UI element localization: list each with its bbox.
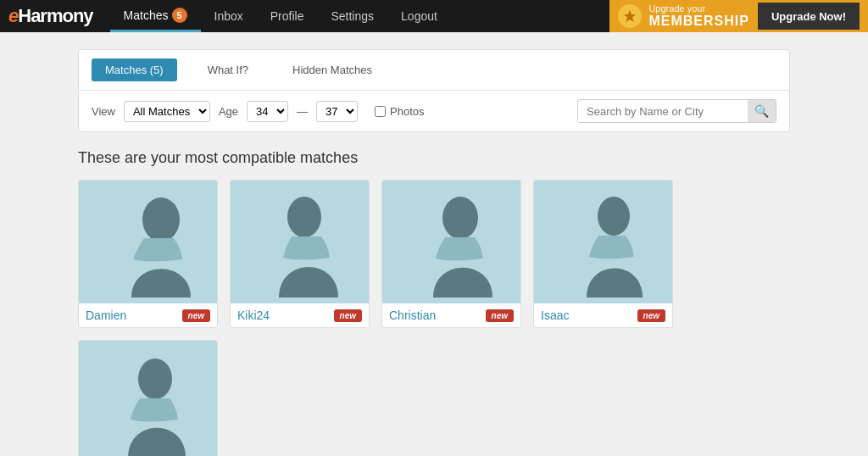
silhouette-icon [97,348,199,457]
new-badge-kiki24: new [334,309,362,322]
svg-point-2 [148,215,162,224]
svg-point-3 [287,197,321,237]
main-content: Matches (5) What If? Hidden Matches View… [61,49,807,456]
nav-inbox-label: Inbox [214,9,243,23]
logo[interactable]: eHarmony [8,5,93,27]
tab-matches[interactable]: Matches (5) [92,58,177,81]
matches-grid: Damien new Kiki24 new [78,180,790,456]
photos-filter: Photos [375,105,424,118]
age-max-select[interactable]: 37 [316,101,358,122]
upgrade-text: Upgrade your MEMBERSHIP [648,3,748,29]
match-card-damien[interactable]: Damien new [78,180,218,328]
view-label: View [92,105,115,118]
tab-what-if[interactable]: What If? [194,58,262,81]
svg-point-5 [598,197,630,236]
match-avatar-abbey [79,341,217,456]
star-icon [623,9,637,23]
photos-checkbox[interactable] [375,106,386,117]
age-min-select[interactable]: 34 [247,101,288,122]
navbar: eHarmony Matches 5 Inbox Profile Setting… [0,0,868,32]
svg-point-6 [138,359,172,399]
tabs-row: Matches (5) What If? Hidden Matches [79,50,789,91]
silhouette-icon [249,187,351,298]
age-dash: — [297,105,308,118]
svg-point-4 [442,197,478,239]
match-name-kiki24: Kiki24 [237,309,270,322]
match-avatar-isaac [534,181,672,303]
logo-e: e [8,5,18,26]
new-badge-isaac: new [637,309,665,322]
match-name-christian: Christian [389,309,436,322]
logo-harmony: Harmony [18,5,92,26]
match-card-isaac[interactable]: Isaac new [533,180,673,328]
nav-matches-label: Matches [124,8,169,22]
silhouette-icon [97,187,199,298]
nav-item-settings[interactable]: Settings [317,0,387,32]
age-label: Age [219,105,238,118]
nav-logout-label: Logout [401,9,437,23]
tab-hidden-matches[interactable]: Hidden Matches [279,58,386,81]
upgrade-now-button[interactable]: Upgrade Now! [758,3,860,30]
search-box: 🔍 [577,99,776,123]
compatible-heading: These are your most compatible matches [78,149,790,167]
match-card-kiki24[interactable]: Kiki24 new [230,180,370,328]
match-avatar-christian [382,181,520,303]
upgrade-label: Upgrade your [648,3,705,14]
search-input[interactable] [578,101,748,122]
silhouette-icon [553,187,654,298]
silhouette-icon [401,187,503,298]
match-card-abbey[interactable]: Abbey new [78,340,218,456]
nav-item-logout[interactable]: Logout [387,0,451,32]
upgrade-icon [618,4,642,28]
search-button[interactable]: 🔍 [748,100,776,122]
nav-item-profile[interactable]: Profile [257,0,318,32]
nav-links: Matches 5 Inbox Profile Settings Logout [110,0,610,32]
match-avatar-damien [79,181,217,303]
view-select[interactable]: All Matches [124,101,210,122]
filters-row: View All Matches Age 34 — 37 Photos 🔍 [79,91,789,131]
match-footer-kiki24: Kiki24 new [231,303,369,327]
tabs-card: Matches (5) What If? Hidden Matches View… [78,49,790,132]
nav-settings-label: Settings [331,9,374,23]
nav-profile-label: Profile [270,9,304,23]
photos-label: Photos [390,105,424,118]
match-footer-christian: Christian new [382,303,520,327]
match-card-christian[interactable]: Christian new [381,180,521,328]
match-footer-isaac: Isaac new [534,303,672,327]
new-badge-christian: new [486,309,514,322]
nav-item-matches[interactable]: Matches 5 [110,0,201,32]
upgrade-banner: Upgrade your MEMBERSHIP Upgrade Now! [609,0,868,32]
match-name-damien: Damien [86,309,126,322]
new-badge-damien: new [182,309,210,322]
nav-matches-badge: 5 [172,8,187,23]
match-footer-damien: Damien new [79,303,217,327]
match-name-isaac: Isaac [541,309,569,322]
membership-label: MEMBERSHIP [648,14,748,29]
svg-marker-0 [624,10,636,22]
match-avatar-kiki24 [231,181,369,303]
nav-item-inbox[interactable]: Inbox [201,0,257,32]
